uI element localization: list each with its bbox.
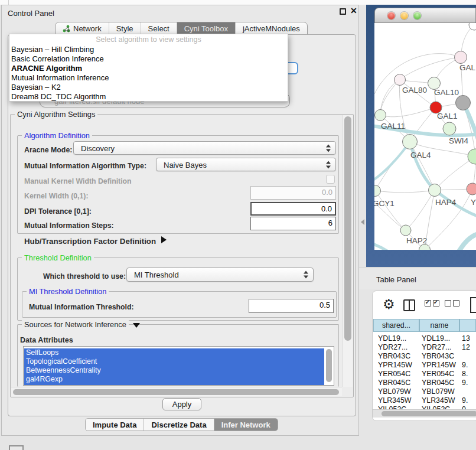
- network-node-hap4[interactable]: [429, 184, 441, 197]
- network-edge: [375, 191, 406, 230]
- desktop: Control Panel ✕ NetworkStyleSelectCyni T…: [0, 0, 476, 450]
- list-scrollbar-thumb[interactable]: [326, 349, 332, 382]
- tab-select[interactable]: Select: [141, 22, 177, 34]
- table-cell: YDL19...: [378, 334, 406, 343]
- gear-icon[interactable]: ⚙: [383, 296, 395, 312]
- table-header-shared[interactable]: shared...: [373, 319, 419, 332]
- mi-type-value: Naive Bayes: [164, 160, 207, 169]
- mi-type-combo[interactable]: Naive Bayes: [156, 158, 336, 171]
- tab-network[interactable]: Network: [56, 22, 109, 34]
- table-horizontal-scrollbar[interactable]: [373, 409, 476, 418]
- dpi-tolerance-label: DPI Tolerance [0,1]:: [24, 207, 92, 216]
- control-panel-window: Control Panel ✕ NetworkStyleSelectCyni T…: [1, 5, 359, 436]
- network-node-y[interactable]: [467, 183, 476, 195]
- columns-icon[interactable]: [403, 299, 415, 311]
- algorithm-item[interactable]: ARACNE Algorithm: [11, 64, 109, 73]
- document-icon[interactable]: [470, 297, 476, 313]
- network-node[interactable]: [456, 96, 471, 110]
- settings-vertical-scrollbar[interactable]: [343, 115, 353, 387]
- network-node-gcy1[interactable]: [374, 185, 381, 197]
- checked-checkbox-icon[interactable]: [425, 300, 431, 306]
- table-row[interactable]: YDR27...YDR27...12: [373, 343, 476, 352]
- network-node-gal80[interactable]: [395, 74, 406, 86]
- algorithm-item[interactable]: Basic Correlation Inference: [11, 54, 109, 64]
- threshold-definition-title: Threshold Definition: [22, 253, 94, 262]
- table-cell: YDR27...: [422, 343, 451, 351]
- sources-group-title: Sources for Network Inference: [22, 320, 129, 329]
- attribute-item[interactable]: BetweennessCentrality: [24, 366, 324, 375]
- aracne-mode-combo[interactable]: Discovery: [73, 141, 336, 155]
- attribute-item[interactable]: TopologicalCoefficient: [24, 357, 324, 366]
- table-row[interactable]: YLR345WYLR345W9.: [373, 396, 476, 405]
- tab-jactivemnodules[interactable]: jActiveMNodules: [235, 22, 307, 34]
- algorithm-item[interactable]: Dream8 DC_TDC Algorithm: [11, 92, 109, 102]
- unchecked-checkbox-icon[interactable]: [453, 300, 459, 306]
- bottom-tab-infer-network[interactable]: Infer Network: [214, 419, 278, 431]
- kernel-width-field[interactable]: 0.0: [250, 186, 336, 200]
- splitter-handle-icon[interactable]: [361, 219, 364, 225]
- algorithm-item[interactable]: Bayesian – K2: [11, 83, 109, 92]
- mi-type-label: Mutual Information Algorithm Type:: [24, 162, 146, 170]
- network-node[interactable]: [468, 149, 476, 164]
- network-node-gal4[interactable]: [403, 135, 418, 149]
- table-cell: YDL19...: [422, 334, 450, 343]
- table-row[interactable]: YPR145WYPR145W9.: [373, 361, 476, 370]
- apply-button[interactable]: Apply: [162, 398, 201, 410]
- algorithm-item[interactable]: Mutual Information Inference: [11, 73, 109, 83]
- algorithm-definition-title: Algorithm Definition: [22, 131, 92, 140]
- tab-label: Cyni Toolbox: [184, 24, 228, 33]
- mi-threshold-field[interactable]: 0.5: [249, 299, 334, 313]
- network-node-hap2[interactable]: [400, 225, 411, 236]
- data-attributes-list[interactable]: SelfLoopsTopologicalCoefficientBetweenne…: [23, 346, 334, 386]
- bottom-tab-discretize-data[interactable]: Discretize Data: [144, 419, 213, 431]
- table-header-name[interactable]: name: [419, 319, 459, 332]
- node-label: GAL10: [434, 88, 459, 97]
- table-header-extra[interactable]: [459, 319, 476, 332]
- manual-kernel-checkbox[interactable]: [326, 175, 335, 184]
- collapse-arrow-icon[interactable]: [133, 323, 140, 328]
- minimize-traffic-light[interactable]: [400, 12, 408, 19]
- table-cell: 9.: [462, 361, 468, 369]
- attribute-item[interactable]: SelfLoops: [24, 348, 324, 357]
- expand-arrow-icon[interactable]: [161, 236, 167, 243]
- bottom-tab-impute-data[interactable]: Impute Data: [86, 419, 144, 431]
- dock-icon[interactable]: [9, 445, 24, 450]
- network-canvas[interactable]: GALGAL80GAL10GAL1GAL11SWI4GAL4HAP4YGCY1H…: [374, 23, 476, 250]
- mi-steps-field[interactable]: 6: [250, 217, 336, 230]
- table-row[interactable]: YER054CYER054C8.: [373, 370, 476, 379]
- attribute-item-partial: [24, 384, 324, 386]
- network-node-swi4[interactable]: [443, 122, 456, 135]
- unchecked-checkbox-icon[interactable]: [445, 300, 451, 306]
- combo-spinner-icon: [326, 144, 331, 152]
- table-panel-title: Table Panel: [376, 275, 416, 284]
- close-traffic-light[interactable]: [387, 12, 395, 19]
- attribute-item[interactable]: gal4RGexp: [24, 375, 324, 384]
- hub-definition-label[interactable]: Hub/Transcription Factor Definition: [24, 237, 156, 246]
- float-icon[interactable]: [340, 8, 346, 15]
- table-rows: YDL19...YDL19...13YDR27...YDR27...12YBR0…: [373, 332, 476, 410]
- mi-threshold-label: Mutual Information Threshold:: [29, 303, 134, 311]
- settings-horizontal-scrollbar[interactable]: [11, 387, 342, 396]
- which-threshold-combo[interactable]: MI Threshold: [126, 268, 314, 282]
- table-row[interactable]: YDL19...YDL19...13: [373, 334, 476, 343]
- table-row[interactable]: YBR043CYBR043C: [373, 352, 476, 361]
- network-node-gal11[interactable]: [375, 110, 386, 121]
- node-label: GAL11: [381, 122, 405, 131]
- aracne-mode-value: Discovery: [81, 144, 115, 152]
- table-cell: YBL079W: [422, 387, 455, 396]
- dpi-tolerance-field[interactable]: 0.0: [250, 202, 336, 216]
- table-cell: YBR045C: [378, 379, 410, 387]
- algorithm-item[interactable]: Bayesian – Hill Climbing: [11, 45, 109, 54]
- node-label: HAP4: [435, 198, 457, 207]
- network-node-gal[interactable]: [455, 51, 467, 64]
- combo-spinner-icon: [304, 271, 309, 279]
- network-window-titlebar[interactable]: [374, 8, 476, 23]
- close-icon[interactable]: ✕: [350, 6, 357, 15]
- tab-cyni-toolbox[interactable]: Cyni Toolbox: [177, 22, 235, 34]
- tab-style[interactable]: Style: [109, 22, 141, 34]
- node-label: GCY1: [374, 199, 395, 208]
- checked-checkbox-icon[interactable]: [433, 300, 439, 306]
- zoom-traffic-light[interactable]: [413, 12, 421, 19]
- table-row[interactable]: YBL079WYBL079W: [373, 387, 476, 396]
- table-row[interactable]: YBR045CYBR045C9.: [373, 379, 476, 387]
